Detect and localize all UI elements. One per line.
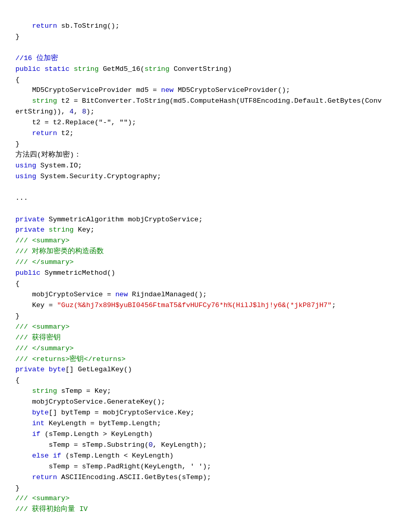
code-display: return sb.ToString(); } //16 位加密 public … [15,10,396,515]
